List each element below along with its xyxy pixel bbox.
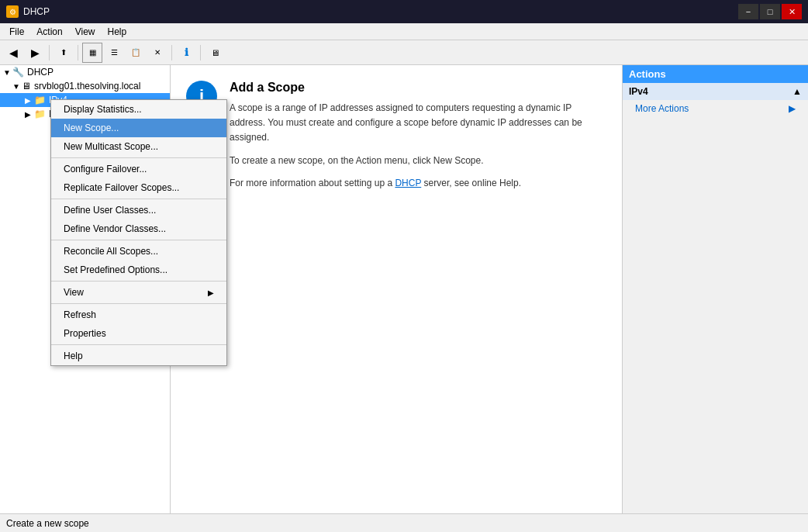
ctx-view-label: View — [64, 287, 84, 298]
ctx-sep-5 — [51, 303, 226, 304]
ctx-help[interactable]: Help — [51, 347, 226, 365]
ctx-set-predefined-options-label: Set Predefined Options... — [64, 264, 167, 275]
ctx-refresh[interactable]: Refresh — [51, 306, 226, 324]
ctx-new-multicast-scope-label: New Multicast Scope... — [64, 141, 158, 152]
ctx-configure-failover[interactable]: Configure Failover... — [51, 160, 226, 178]
ctx-new-scope-label: New Scope... — [64, 123, 119, 133]
ctx-define-user-classes[interactable]: Define User Classes... — [51, 201, 226, 219]
ctx-define-user-classes-label: Define User Classes... — [64, 205, 156, 216]
ctx-define-vendor-classes[interactable]: Define Vendor Classes... — [51, 219, 226, 238]
ctx-replicate-failover-label: Replicate Failover Scopes... — [64, 182, 179, 193]
ctx-properties[interactable]: Properties — [51, 324, 226, 343]
ctx-sep-1 — [51, 157, 226, 158]
ctx-properties-label: Properties — [64, 328, 106, 339]
ctx-view-arrow: ▶ — [208, 288, 214, 297]
ctx-replicate-failover[interactable]: Replicate Failover Scopes... — [51, 178, 226, 197]
ctx-sep-2 — [51, 199, 226, 199]
ctx-set-predefined-options[interactable]: Set Predefined Options... — [51, 261, 226, 279]
ctx-sep-3 — [51, 240, 226, 240]
ctx-configure-failover-label: Configure Failover... — [64, 164, 147, 174]
ctx-reconcile-all-scopes[interactable]: Reconcile All Scopes... — [51, 242, 226, 261]
context-menu: Display Statistics... New Scope... New M… — [50, 99, 227, 366]
ctx-sep-6 — [51, 344, 226, 345]
ctx-refresh-label: Refresh — [64, 309, 96, 320]
ctx-new-multicast-scope[interactable]: New Multicast Scope... — [51, 137, 226, 156]
ctx-reconcile-all-scopes-label: Reconcile All Scopes... — [64, 246, 158, 257]
ctx-new-scope[interactable]: New Scope... — [51, 119, 226, 137]
ctx-display-statistics-label: Display Statistics... — [64, 104, 142, 115]
ctx-define-vendor-classes-label: Define Vendor Classes... — [64, 223, 166, 234]
context-menu-overlay: Display Statistics... New Scope... New M… — [0, 0, 808, 532]
ctx-sep-4 — [51, 281, 226, 282]
ctx-display-statistics[interactable]: Display Statistics... — [51, 100, 226, 119]
ctx-help-label: Help — [64, 351, 83, 361]
ctx-view[interactable]: View ▶ — [51, 283, 226, 302]
